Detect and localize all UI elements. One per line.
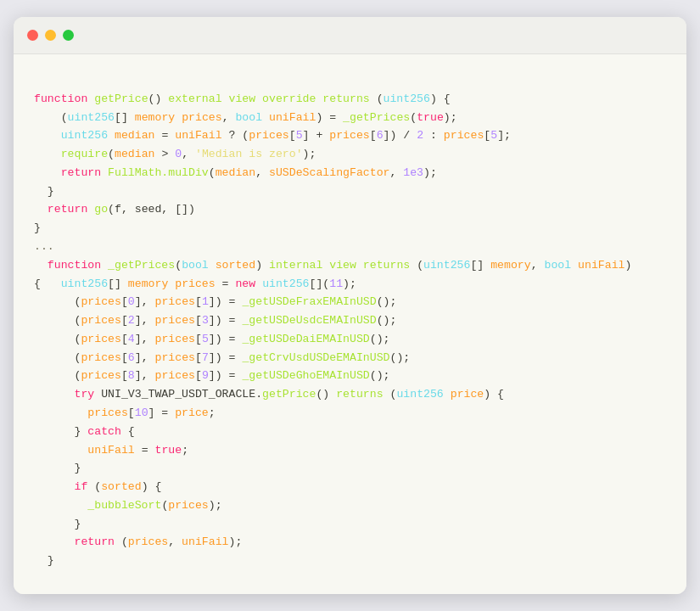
code-line: ... <box>34 238 666 256</box>
code-content: function getPrice() external view overri… <box>14 54 686 594</box>
code-line: function _getPrices(bool sorted) interna… <box>34 256 666 275</box>
code-line: } <box>34 552 666 570</box>
code-line: (prices[8], prices[9]) = _getUSDeGhoEMAI… <box>34 367 666 385</box>
code-editor-window: function getPrice() external view overri… <box>14 17 686 594</box>
code-line: uniFail = true; <box>34 441 666 460</box>
minimize-button[interactable] <box>45 30 56 41</box>
code-line: (uint256[] memory prices, bool uniFail) … <box>34 109 666 127</box>
code-line: } catch { <box>34 423 666 441</box>
close-button[interactable] <box>27 30 38 41</box>
code-line: require(median > 0, 'Median is zero'); <box>34 145 666 164</box>
code-line: (prices[2], prices[3]) = _getUSDeUsdcEMA… <box>34 311 666 330</box>
code-line: return FullMath.mulDiv(median, sUSDeScal… <box>34 164 666 182</box>
code-line: prices[10] = price; <box>34 404 666 423</box>
code-line: { uint256[] memory prices = new uint256[… <box>34 275 666 294</box>
code-line: } <box>34 219 666 238</box>
maximize-button[interactable] <box>63 30 74 41</box>
code-line: (prices[0], prices[1]) = _getUSDeFraxEMA… <box>34 293 666 311</box>
code-line: if (sorted) { <box>34 478 666 496</box>
code-line: } <box>34 182 666 201</box>
code-line: _bubbleSort(prices); <box>34 496 666 515</box>
code-line: } <box>34 459 666 478</box>
code-line: } <box>34 515 666 534</box>
traffic-lights <box>27 30 74 41</box>
code-line: try UNI_V3_TWAP_USDT_ORACLE.getPrice() r… <box>34 385 666 404</box>
code-line: (prices[4], prices[5]) = _getUSDeDaiEMAI… <box>34 330 666 349</box>
code-line: return go(f, seed, []) <box>34 200 666 219</box>
code-line: (prices[6], prices[7]) = _getCrvUsdUSDeE… <box>34 349 666 367</box>
code-line: function getPrice() external view overri… <box>34 71 666 109</box>
code-line: return (prices, uniFail); <box>34 533 666 552</box>
code-line: uint256 median = uniFail ? (prices[5] + … <box>34 126 666 145</box>
titlebar <box>14 17 686 54</box>
